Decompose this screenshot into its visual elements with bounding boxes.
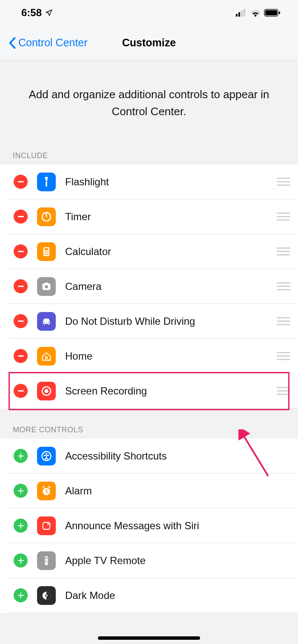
remove-button[interactable] xyxy=(14,279,28,293)
camera-icon xyxy=(37,277,56,296)
row-label: Screen Recording xyxy=(65,385,272,397)
calculator-icon xyxy=(37,242,56,261)
list-item: Calculator xyxy=(0,234,298,269)
location-services-icon xyxy=(45,9,53,17)
row-label: Timer xyxy=(65,211,272,223)
section-header-more: MORE CONTROLS xyxy=(0,409,298,439)
row-label: Alarm xyxy=(65,485,290,497)
remove-button[interactable] xyxy=(14,210,28,224)
announce-icon xyxy=(37,516,56,535)
row-label: Calculator xyxy=(65,246,272,258)
svg-rect-6 xyxy=(265,10,277,15)
list-item: Accessibility Shortcuts xyxy=(0,439,298,474)
chevron-left-icon xyxy=(9,37,16,49)
remote-icon xyxy=(37,551,56,570)
list-item: Dark Mode xyxy=(0,578,298,613)
drag-handle[interactable] xyxy=(272,313,290,329)
remove-button[interactable] xyxy=(14,244,28,258)
more-list: Accessibility ShortcutsAlarmAnnounce Mes… xyxy=(0,439,298,613)
battery-icon xyxy=(264,9,281,17)
drag-handle[interactable] xyxy=(272,208,290,225)
svg-rect-7 xyxy=(279,11,280,14)
remove-button[interactable] xyxy=(14,384,28,398)
row-label: Announce Messages with Siri xyxy=(65,520,290,532)
wifi-icon xyxy=(250,9,261,17)
svg-rect-3 xyxy=(244,9,245,17)
svg-rect-0 xyxy=(236,14,238,17)
list-item: Camera xyxy=(0,269,298,304)
row-label: Flashlight xyxy=(65,176,272,188)
list-item: Screen Recording xyxy=(0,374,298,409)
intro-text: Add and organize additional controls to … xyxy=(0,60,298,144)
back-label: Control Center xyxy=(18,37,88,49)
cellular-signal-icon xyxy=(236,9,247,17)
list-item: Announce Messages with Siri xyxy=(0,508,298,543)
flashlight-icon xyxy=(37,173,56,191)
status-bar: 6:58 xyxy=(0,0,298,26)
home-indicator[interactable] xyxy=(98,636,200,640)
list-item: Do Not Disturb While Driving xyxy=(0,304,298,339)
alarm-icon xyxy=(37,482,56,500)
row-label: Home xyxy=(65,350,272,362)
page-title: Customize xyxy=(122,37,176,49)
add-button[interactable] xyxy=(14,553,28,567)
include-list: FlashlightTimerCalculatorCameraDo Not Di… xyxy=(0,165,298,409)
drag-handle[interactable] xyxy=(272,383,290,399)
section-header-include: INCLUDE xyxy=(0,144,298,165)
drag-handle[interactable] xyxy=(272,278,290,295)
drag-handle[interactable] xyxy=(272,348,290,364)
row-label: Do Not Disturb While Driving xyxy=(65,315,272,327)
car-icon xyxy=(37,312,56,331)
row-label: Camera xyxy=(65,281,272,292)
row-label: Dark Mode xyxy=(65,590,290,601)
nav-bar: Control Center Customize xyxy=(0,26,298,60)
row-label: Accessibility Shortcuts xyxy=(65,450,290,462)
remove-button[interactable] xyxy=(14,175,28,189)
back-button[interactable]: Control Center xyxy=(9,37,88,49)
home-icon xyxy=(37,347,56,366)
remove-button[interactable] xyxy=(14,314,28,328)
add-button[interactable] xyxy=(14,449,28,463)
svg-rect-1 xyxy=(238,12,240,17)
list-item: Timer xyxy=(0,199,298,234)
add-button[interactable] xyxy=(14,484,28,498)
drag-handle[interactable] xyxy=(272,173,290,190)
darkmode-icon xyxy=(37,586,56,605)
list-item: Flashlight xyxy=(0,165,298,199)
timer-icon xyxy=(37,207,56,226)
drag-handle[interactable] xyxy=(272,243,290,260)
status-time: 6:58 xyxy=(21,7,42,19)
svg-rect-2 xyxy=(241,11,243,17)
list-item: Apple TV Remote xyxy=(0,543,298,578)
list-item: Home xyxy=(0,339,298,374)
remove-button[interactable] xyxy=(14,349,28,363)
svg-point-4 xyxy=(255,14,257,17)
list-item: Alarm xyxy=(0,474,298,508)
add-button[interactable] xyxy=(14,588,28,602)
accessibility-icon xyxy=(37,447,56,465)
add-button[interactable] xyxy=(14,519,28,533)
row-label: Apple TV Remote xyxy=(65,555,290,567)
record-icon xyxy=(37,382,56,400)
